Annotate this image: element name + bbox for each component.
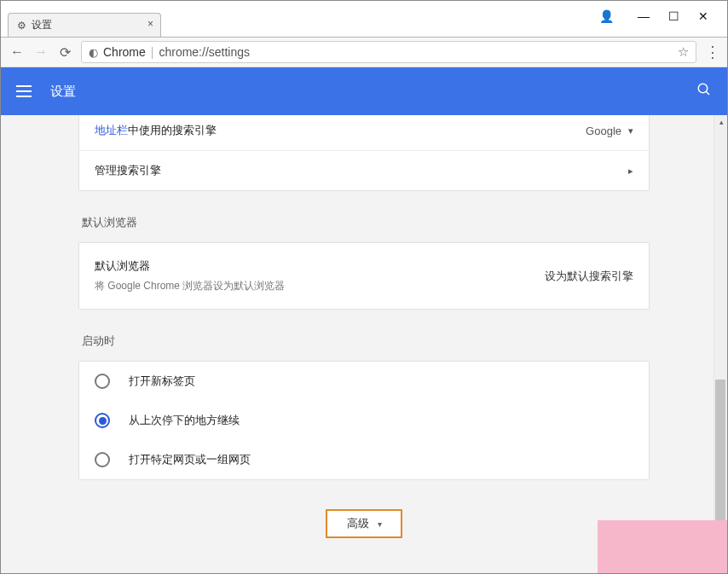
tab-close-icon[interactable]: × <box>147 18 153 30</box>
search-engine-row[interactable]: 地址栏中使用的搜索引擎 Google ▾ <box>79 115 649 151</box>
toolbar: ← → ⟳ ◐ Chrome | chrome://settings ☆ ⋮ <box>1 37 727 67</box>
nav-back-button[interactable]: ← <box>9 44 25 60</box>
radio-icon <box>95 413 110 428</box>
search-engine-dropdown[interactable]: Google ▾ <box>586 125 633 137</box>
nav-reload-button[interactable]: ⟳ <box>57 44 72 61</box>
address-bar-link[interactable]: 地址栏 <box>95 124 128 136</box>
startup-option-continue[interactable]: 从上次停下的地方继续 <box>79 401 649 440</box>
manage-search-engines-row[interactable]: 管理搜索引擎 ▸ <box>79 151 649 190</box>
omnibox[interactable]: ◐ Chrome | chrome://settings ☆ <box>81 41 696 63</box>
omnibox-host: Chrome <box>103 45 146 59</box>
startup-option-label: 从上次停下的地方继续 <box>129 413 240 428</box>
window-close-button[interactable]: ✕ <box>698 9 708 23</box>
window-controls: 👤 — ☐ ✕ <box>599 1 727 23</box>
gear-icon: ⚙ <box>17 20 26 32</box>
chevron-down-icon: ▾ <box>378 519 382 529</box>
page-title: 设置 <box>50 84 76 100</box>
hamburger-icon[interactable] <box>16 85 32 97</box>
advanced-toggle-button[interactable]: 高级 ▾ <box>326 509 402 538</box>
manage-search-engines-label: 管理搜索引擎 <box>95 163 161 178</box>
radio-icon <box>95 374 110 389</box>
window-maximize-button[interactable]: ☐ <box>668 9 679 23</box>
default-browser-row: 默认浏览器 将 Google Chrome 浏览器设为默认浏览器 设为默认搜索引… <box>79 243 649 309</box>
browser-tab-settings[interactable]: ⚙ 设置 × <box>8 13 161 37</box>
watermark-overlay <box>598 520 727 573</box>
startup-section-label: 启动时 <box>82 333 646 349</box>
omnibox-separator: | <box>151 45 154 59</box>
window-minimize-button[interactable]: — <box>638 9 650 23</box>
site-info-icon[interactable]: ◐ <box>89 46 98 59</box>
startup-option-label: 打开特定网页或一组网页 <box>129 452 251 467</box>
svg-point-0 <box>698 84 708 93</box>
profile-avatar-icon[interactable]: 👤 <box>599 9 614 23</box>
default-browser-desc: 将 Google Chrome 浏览器设为默认浏览器 <box>95 279 285 293</box>
chevron-down-icon: ▾ <box>628 125 633 136</box>
tab-strip: ⚙ 设置 × <box>8 13 161 37</box>
search-icon[interactable] <box>696 82 712 101</box>
default-browser-section-label: 默认浏览器 <box>82 215 646 230</box>
search-engine-card: 地址栏中使用的搜索引擎 Google ▾ 管理搜索引擎 ▸ <box>78 115 650 191</box>
chrome-menu-button[interactable]: ⋮ <box>705 43 719 61</box>
scrollbar[interactable]: ▴ ▾ <box>714 115 727 573</box>
set-default-button[interactable]: 设为默认搜索引擎 <box>545 269 633 284</box>
omnibox-path: chrome://settings <box>159 45 250 59</box>
default-browser-subtitle: 默认浏览器 <box>95 258 285 274</box>
settings-header: 设置 <box>1 67 727 115</box>
bookmark-star-icon[interactable]: ☆ <box>678 44 689 60</box>
tab-title: 设置 <box>32 18 52 32</box>
radio-icon <box>95 452 110 467</box>
advanced-label: 高级 <box>347 516 369 531</box>
window-titlebar: ⚙ 设置 × 👤 — ☐ ✕ <box>1 1 727 37</box>
search-engine-label-suffix: 中使用的搜索引擎 <box>128 124 217 136</box>
startup-option-new-tab[interactable]: 打开新标签页 <box>79 362 649 401</box>
startup-option-specific-pages[interactable]: 打开特定网页或一组网页 <box>79 440 649 479</box>
svg-line-1 <box>706 91 709 95</box>
search-engine-value: Google <box>586 125 621 137</box>
chevron-right-icon: ▸ <box>628 165 633 177</box>
settings-content: 地址栏中使用的搜索引擎 Google ▾ 管理搜索引擎 ▸ 默认浏览器 <box>1 115 727 573</box>
default-browser-card: 默认浏览器 将 Google Chrome 浏览器设为默认浏览器 设为默认搜索引… <box>78 242 650 310</box>
nav-forward-button[interactable]: → <box>33 44 49 60</box>
startup-option-label: 打开新标签页 <box>129 374 195 389</box>
startup-card: 打开新标签页 从上次停下的地方继续 打开特定网页或一组网页 <box>78 361 650 480</box>
scrollbar-up-arrow[interactable]: ▴ <box>714 115 727 129</box>
